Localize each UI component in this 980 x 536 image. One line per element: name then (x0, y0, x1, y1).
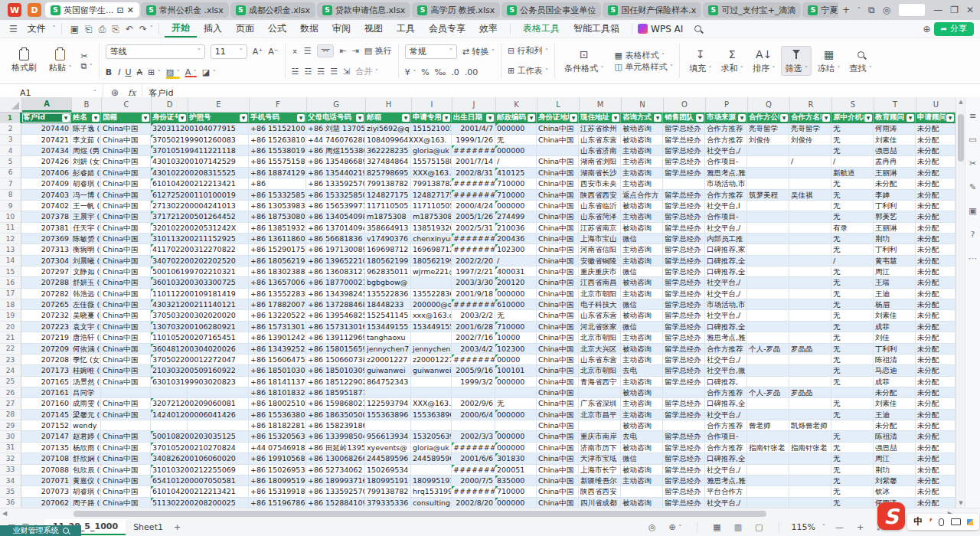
cell-J15[interactable]: 1997/2/21 (452, 266, 495, 277)
cell-K2[interactable]: 000000 (495, 123, 537, 134)
cell-F26[interactable]: +86 18101832 (249, 387, 306, 398)
cell-L32[interactable]: China中国 (537, 453, 579, 464)
quickbar-chevron-icon[interactable]: ˅ (150, 25, 153, 32)
cell-B24[interactable]: 桂婉唯 (女 (71, 365, 101, 376)
filter-dropdown-icon[interactable]: ▼ (178, 114, 186, 122)
cell-A29[interactable]: 207152 (21, 420, 71, 431)
zoom-in-button[interactable]: + (857, 522, 864, 532)
cell-I36[interactable]: consulting (411, 498, 452, 508)
merge-button[interactable]: 合并 ˅ (355, 66, 378, 77)
cell-R25[interactable] (789, 377, 831, 387)
cell-U29[interactable]: 未分配 (916, 420, 956, 431)
cell-C15[interactable]: China中国 (101, 266, 151, 277)
comma-style-button[interactable]: ‰ (435, 67, 446, 77)
cell-N10[interactable]: 主动咨询 (621, 211, 663, 222)
cell-S3[interactable]: 无 (831, 135, 874, 145)
cell-O17[interactable]: 留学总经办 (663, 289, 705, 299)
cell-M10[interactable]: 山东省菏泽 (579, 211, 621, 222)
column-header-A[interactable]: A (22, 97, 72, 112)
page-break-icon[interactable]: ▢ (755, 522, 763, 532)
cell-B10[interactable]: 王晨宇 (男 (71, 211, 101, 222)
header-cell-N[interactable]: 咨询方式▼ (621, 113, 663, 123)
cell-T5[interactable]: 孟冉冉 (874, 156, 916, 167)
cell-A10[interactable]: 207378 (21, 211, 71, 222)
cell-G25[interactable]: +86 1851229020 (306, 377, 365, 387)
cell-L14[interactable]: China中国 (537, 256, 579, 266)
cell-K27[interactable]: 无 (495, 398, 537, 409)
cell-N23[interactable]: 主动咨询 (621, 355, 663, 365)
cell-L26[interactable]: China中国 (537, 387, 579, 398)
cell-R27[interactable] (789, 398, 831, 409)
cell-G18[interactable]: +86 1372884680 (306, 299, 365, 310)
cell-F22[interactable]: +86 13439252 (249, 344, 306, 355)
row-number[interactable]: 21 (0, 332, 21, 343)
cell-G24[interactable]: +86 1850103098 (306, 365, 365, 376)
cell-D12[interactable]: 310113200211152925 (151, 234, 188, 244)
header-cell-M[interactable]: 现住地址▼ (579, 113, 621, 123)
cell-U3[interactable]: 未分配 (916, 135, 956, 145)
cell-P33[interactable]: 社交平台,/ (705, 465, 747, 476)
cell-C8[interactable]: China中国 (101, 190, 151, 201)
cell-H30[interactable]: 956613934 (365, 431, 411, 442)
cell-N35[interactable] (621, 486, 663, 497)
cell-J5[interactable]: 2001/7/14 (452, 156, 495, 167)
cell-L10[interactable]: China中国 (537, 211, 579, 222)
cell-Q22[interactable]: 个人-罗晶 (747, 344, 789, 355)
cell-R8[interactable]: 吴佳祺 (789, 190, 831, 201)
cell-N14[interactable]: 主动咨询 (621, 256, 663, 266)
cell-J33[interactable]: ######## (452, 465, 495, 476)
cell-L33[interactable]: China中国 (537, 465, 579, 476)
cell-R22[interactable]: 罗晶晶 (789, 344, 831, 355)
cell-Q18[interactable] (747, 299, 789, 310)
paste-button[interactable]: 粘贴 ˅ (46, 49, 75, 74)
cell-R33[interactable] (789, 465, 831, 476)
indent-increase-icon[interactable]: ⇥ (352, 46, 359, 56)
cell-H9[interactable]: 117110505 (365, 201, 411, 211)
file-tab-8[interactable]: S宁夏教师样本.xlsx (802, 2, 838, 18)
cell-K5[interactable]: / (495, 156, 537, 167)
menu-9[interactable]: 效率 (472, 22, 505, 35)
cell-K13[interactable]: 102300 (495, 244, 537, 255)
cell-D8[interactable]: 612725200110100019 (151, 190, 188, 201)
cell-G5[interactable]: +86 1354866895 (306, 156, 365, 167)
cell-B30[interactable]: 赵君婷 (女 (71, 431, 101, 442)
header-cell-I[interactable]: 申请专用▼ (411, 113, 452, 123)
cell-I23[interactable]: z20001227 (411, 355, 452, 365)
cell-F2[interactable]: +86 15152100 (249, 123, 306, 134)
cell-P15[interactable]: 口碑推荐,全 (705, 266, 747, 277)
cell-K22[interactable]: 102300 (495, 344, 537, 355)
row-number[interactable]: 30 (0, 431, 21, 442)
input-punctuation[interactable]: ’ (929, 517, 933, 528)
cell-T32[interactable]: 周江 (874, 453, 916, 464)
cell-K17[interactable]: 000000 (495, 289, 537, 299)
cell-T34[interactable]: 刘紫馨 (874, 476, 916, 486)
cell-I5[interactable]: 155751588 (411, 156, 452, 167)
cell-S7[interactable]: 无 (831, 178, 874, 189)
cell-G14[interactable]: +86 1396522100 (306, 256, 365, 266)
cell-J25[interactable]: 1999/3/2 (452, 377, 495, 387)
cell-C20[interactable]: China中国 (101, 322, 151, 332)
cell-B26[interactable]: 吕同学 (71, 387, 101, 398)
cell-G32[interactable]: +86 1300682663 (306, 453, 365, 464)
column-header-O[interactable]: O (664, 97, 706, 112)
cell-J3[interactable]: 1999/1/26 (452, 135, 495, 145)
cell-L13[interactable]: China中国 (537, 244, 579, 255)
cell-H33[interactable]: 150269534 (365, 465, 411, 476)
cell-P35[interactable]: 平台合作方 (705, 486, 747, 497)
cell-M22[interactable]: 北京大兴区 (579, 344, 621, 355)
cell-N2[interactable]: 被动咨询 (621, 123, 663, 134)
row-number[interactable]: 10 (0, 211, 21, 222)
cell-J30[interactable]: 2002/3/3 (452, 431, 495, 442)
cell-R9[interactable] (789, 201, 831, 211)
cell-A23[interactable]: 207208 (21, 355, 71, 365)
find-button[interactable]: 查找 ˅ (846, 47, 875, 74)
cell-D14[interactable]: 340702200202202520 (151, 256, 188, 266)
cell-K3[interactable]: 无 (495, 135, 537, 145)
cell-A6[interactable]: 207406 (21, 168, 71, 178)
row-number[interactable]: 23 (0, 355, 21, 365)
cell-P29[interactable]: 合作方推荐 (705, 420, 747, 431)
cell-G35[interactable]: +86 1335925706 (306, 486, 365, 497)
filter-dropdown-icon[interactable]: ▼ (356, 114, 364, 122)
cell-A4[interactable]: 207434 (21, 145, 71, 156)
cell-U17[interactable]: 未分配 (916, 289, 956, 299)
